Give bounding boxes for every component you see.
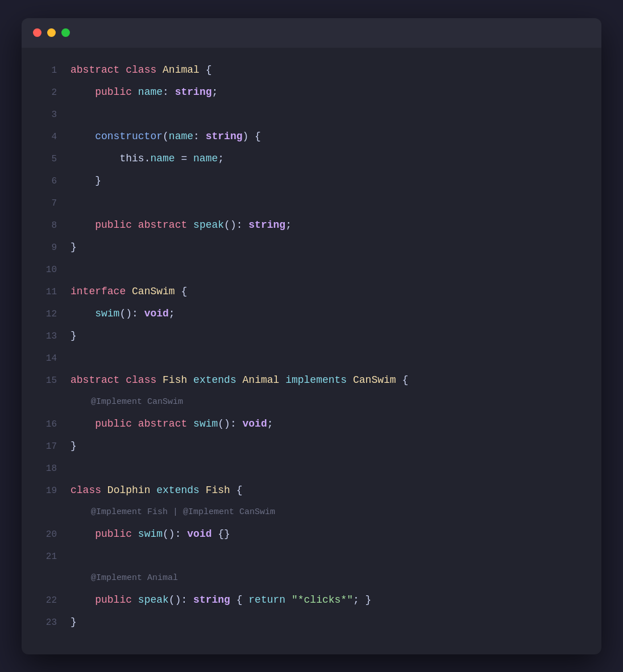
- code-line: 4 constructor(name: string) {: [22, 126, 601, 148]
- code-line: 2 public name: string;: [22, 81, 601, 103]
- line-number: 8: [33, 215, 57, 236]
- line-number: 2: [33, 82, 57, 103]
- code-line: 8 public abstract speak(): string;: [22, 214, 601, 236]
- line-content: }: [70, 325, 77, 347]
- code-line: 23}: [22, 611, 601, 633]
- line-number: 11: [33, 281, 57, 303]
- line-number: 18: [33, 458, 57, 479]
- line-number: 22: [33, 590, 57, 611]
- code-line: 18: [22, 457, 601, 479]
- line-content: interface CanSwim {: [70, 281, 187, 302]
- line-content: public swim(): void {}: [70, 523, 230, 545]
- line-number: 1: [33, 60, 57, 81]
- line-number: 3: [33, 104, 57, 126]
- code-line: 16 public abstract swim(): void;: [22, 413, 601, 435]
- line-content: abstract class Animal {: [70, 59, 211, 81]
- code-line: 17}: [22, 435, 601, 457]
- code-editor: 1abstract class Animal {2 public name: s…: [22, 48, 601, 645]
- line-number: 5: [33, 148, 57, 170]
- line-number: 19: [33, 480, 57, 502]
- line-number: 6: [33, 170, 57, 192]
- line-content: [70, 103, 77, 125]
- line-content: this.name = name;: [70, 148, 224, 169]
- line-content: public speak(): string { return "*clicks…: [70, 589, 371, 611]
- code-line: 9}: [22, 236, 601, 258]
- annotation-line: @Implement Animal: [22, 567, 601, 589]
- line-number: 21: [33, 546, 57, 567]
- line-content: public name: string;: [70, 81, 218, 103]
- line-content: [70, 457, 77, 479]
- code-line: 20 public swim(): void {}: [22, 523, 601, 545]
- line-content: class Dolphin extends Fish {: [70, 479, 243, 501]
- line-number: 16: [33, 414, 57, 435]
- code-line: 21: [22, 545, 601, 567]
- annotation-line: @Implement Fish | @Implement CanSwim: [22, 502, 601, 523]
- line-number: 23: [33, 612, 57, 633]
- line-number: 15: [33, 370, 57, 391]
- line-number: 17: [33, 436, 57, 457]
- code-line: 19class Dolphin extends Fish {: [22, 479, 601, 502]
- maximize-button[interactable]: [61, 28, 70, 37]
- titlebar: [22, 18, 601, 48]
- code-line: 13}: [22, 325, 601, 347]
- line-content: [70, 258, 77, 280]
- code-line: 11interface CanSwim {: [22, 281, 601, 303]
- line-content: [70, 192, 77, 214]
- code-line: 7: [22, 192, 601, 214]
- code-line: 3: [22, 103, 601, 126]
- line-content: }: [70, 611, 77, 633]
- line-content: [70, 347, 77, 369]
- code-line: 14: [22, 347, 601, 369]
- line-content: }: [70, 236, 77, 258]
- code-line: 6 }: [22, 170, 601, 192]
- line-number: 9: [33, 237, 57, 258]
- line-content: }: [70, 170, 101, 191]
- annotation-text: @Implement CanSwim: [70, 391, 183, 413]
- line-content: public abstract swim(): void;: [70, 413, 273, 435]
- line-number: 7: [33, 193, 57, 214]
- code-line: 12 swim(): void;: [22, 303, 601, 325]
- line-number: 12: [33, 303, 57, 325]
- line-content: swim(): void;: [70, 303, 175, 324]
- editor-window: 1abstract class Animal {2 public name: s…: [22, 18, 601, 654]
- line-content: constructor(name: string) {: [70, 126, 261, 147]
- line-content: abstract class Fish extends Animal imple…: [70, 369, 408, 391]
- line-content: public abstract speak(): string;: [70, 214, 292, 236]
- code-line: 10: [22, 258, 601, 281]
- line-number: 10: [33, 259, 57, 281]
- code-line: 22 public speak(): string { return "*cli…: [22, 589, 601, 611]
- annotation-line: @Implement CanSwim: [22, 391, 601, 413]
- line-number: 4: [33, 126, 57, 148]
- line-number: 20: [33, 524, 57, 545]
- close-button[interactable]: [33, 28, 41, 37]
- line-content: }: [70, 435, 77, 457]
- line-number: 13: [33, 325, 57, 347]
- line-number: 14: [33, 348, 57, 369]
- annotation-text: @Implement Animal: [70, 567, 178, 589]
- line-content: [70, 545, 77, 567]
- annotation-text: @Implement Fish | @Implement CanSwim: [70, 502, 275, 523]
- minimize-button[interactable]: [47, 28, 56, 37]
- code-line: 1abstract class Animal {: [22, 59, 601, 81]
- code-line: 5 this.name = name;: [22, 148, 601, 170]
- code-line: 15abstract class Fish extends Animal imp…: [22, 369, 601, 391]
